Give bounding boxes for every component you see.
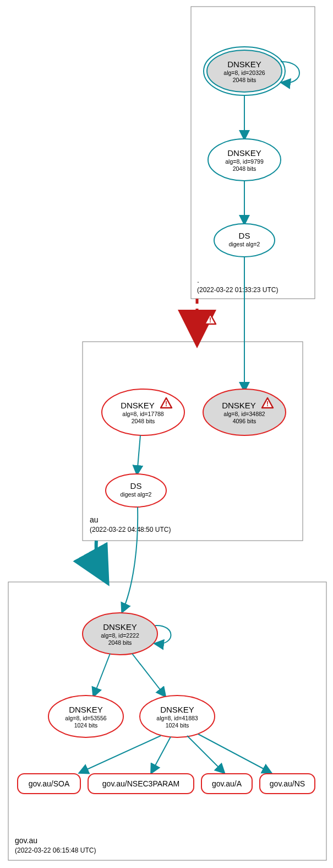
- edge-zsk2-ns: [198, 734, 271, 773]
- node-sub: 4096 bits: [233, 418, 256, 424]
- node-au-zsk: DNSKEY alg=8, id=17788 2048 bits: [102, 389, 184, 435]
- rrset-label: gov.au/SOA: [29, 779, 70, 788]
- node-sub: alg=8, id=34882: [223, 411, 265, 417]
- node-sub: digest alg=2: [229, 241, 260, 247]
- node-gov-zsk1: DNSKEY alg=8, id=53556 1024 bits: [48, 696, 123, 737]
- node-gov-ksk: DNSKEY alg=8, id=2222 2048 bits: [83, 613, 157, 655]
- node-label: DNSKEY: [160, 705, 194, 714]
- node-label: DNSKEY: [103, 622, 137, 632]
- node-label: DS: [130, 481, 142, 490]
- edge-zsk2-soa: [80, 736, 161, 773]
- node-sub: 2048 bits: [132, 418, 155, 424]
- rrset-label: gov.au/NS: [270, 779, 305, 788]
- edge-zsk2-nsec3: [151, 737, 171, 773]
- node-sub: alg=8, id=2222: [101, 632, 139, 639]
- node-sub: 2048 bits: [108, 639, 132, 646]
- zone-au: au (2022-03-22 04:48:50 UTC): [83, 342, 303, 541]
- node-label: DNSKEY: [69, 705, 103, 714]
- svg-text:!: !: [266, 400, 269, 408]
- edge-govksk-zsk1: [94, 654, 110, 696]
- edge-au-gov-thick: [96, 541, 105, 578]
- svg-point-11: [106, 474, 166, 507]
- node-root-zsk: DNSKEY alg=8, id=9799 2048 bits: [208, 139, 281, 181]
- node-au-ksk: DNSKEY alg=8, id=34882 4096 bits: [203, 389, 286, 435]
- rrset-ns: gov.au/NS: [260, 774, 315, 794]
- rrset-nsec3param: gov.au/NSEC3PARAM: [88, 774, 194, 794]
- edge-auds-govksk: [122, 507, 138, 612]
- node-sub: alg=8, id=41883: [156, 715, 198, 721]
- rrset-label: gov.au/A: [212, 779, 242, 788]
- node-sub: 1024 bits: [166, 722, 189, 729]
- zone-root-name: .: [197, 276, 199, 284]
- node-sub: 2048 bits: [233, 77, 256, 83]
- node-label: DNSKEY: [121, 401, 155, 410]
- zone-au-timestamp: (2022-03-22 04:48:50 UTC): [90, 526, 171, 533]
- edge-govksk-zsk2: [132, 654, 165, 696]
- node-sub: alg=8, id=17788: [122, 411, 163, 417]
- node-sub: alg=8, id=53556: [65, 715, 106, 721]
- zone-au-name: au: [90, 515, 99, 524]
- node-au-ds: DS digest alg=2: [106, 474, 166, 507]
- zone-govau-timestamp: (2022-03-22 06:15:48 UTC): [15, 847, 96, 854]
- node-sub: digest alg=2: [121, 491, 152, 498]
- node-sub: alg=8, id=20326: [223, 69, 265, 76]
- node-label: DS: [239, 231, 250, 240]
- edge-zsk2-a: [187, 736, 224, 773]
- rrset-a: gov.au/A: [201, 774, 252, 794]
- warning-icon: !: [205, 314, 216, 324]
- rrset-soa: gov.au/SOA: [18, 774, 80, 794]
- node-root-ds: DS digest alg=2: [214, 224, 275, 257]
- node-label: DNSKEY: [227, 60, 261, 69]
- zone-root-timestamp: (2022-03-22 01:33:23 UTC): [197, 286, 278, 294]
- node-sub: alg=8, id=9799: [225, 158, 264, 165]
- svg-text:!: !: [165, 400, 167, 408]
- svg-text:!: !: [209, 316, 211, 324]
- node-label: DNSKEY: [227, 148, 261, 158]
- node-sub: 2048 bits: [233, 165, 256, 172]
- node-gov-zsk2: DNSKEY alg=8, id=41883 1024 bits: [140, 696, 215, 737]
- node-sub: 1024 bits: [74, 722, 98, 729]
- node-label: DNSKEY: [222, 401, 256, 410]
- rrset-label: gov.au/NSEC3PARAM: [102, 779, 179, 788]
- node-root-ksk: DNSKEY alg=8, id=20326 2048 bits: [204, 47, 285, 95]
- svg-point-4: [214, 224, 275, 257]
- zone-govau-name: gov.au: [15, 836, 37, 845]
- edge-auzsk-auds: [137, 435, 140, 474]
- svg-rect-5: [83, 342, 303, 541]
